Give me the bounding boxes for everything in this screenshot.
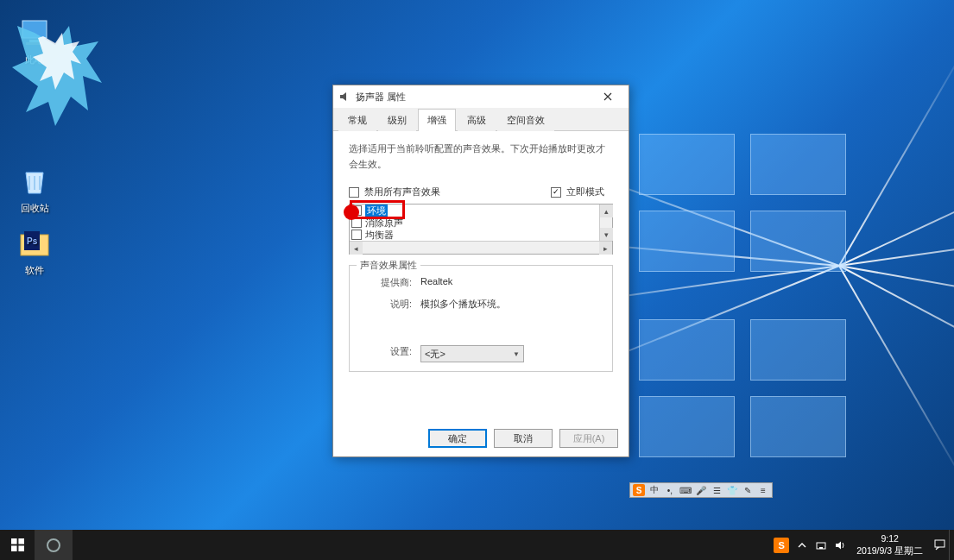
close-button[interactable]: [592, 86, 623, 107]
ime-softkbd-icon[interactable]: ⌨: [679, 484, 692, 496]
icon-label: 回收站: [5, 202, 64, 215]
effect-item-equalizer[interactable]: 均衡器: [350, 229, 612, 241]
ime-user-icon[interactable]: 👕: [726, 484, 738, 496]
ime-menu-icon[interactable]: ≡: [757, 484, 769, 496]
svg-text:Ps: Ps: [27, 236, 38, 246]
checkbox-icon: [351, 230, 362, 240]
cortana-icon: [46, 538, 61, 553]
taskbar-clock[interactable]: 9:12 2019/9/3 星期二: [850, 533, 930, 556]
recycle-bin-icon: [17, 164, 52, 198]
ime-skin-icon[interactable]: ☰: [711, 484, 723, 496]
speaker-properties-dialog: 扬声器 属性 常规 级别 增强 高级 空间音效 选择适用于当前聆听配置的声音效果…: [332, 85, 629, 457]
ok-button[interactable]: 确定: [428, 429, 487, 448]
taskbar-app-cortana[interactable]: [35, 530, 73, 560]
checkbox-icon: [551, 187, 561, 198]
icon-label: 此电: [5, 53, 64, 66]
effects-list: 环境 消除原声 均衡器 ▴ ▾ ◂: [349, 204, 613, 255]
checkbox-icon: [351, 217, 362, 228]
start-button[interactable]: [0, 530, 35, 560]
scroll-down-button[interactable]: ▾: [600, 228, 613, 241]
setting-label: 设置:: [358, 345, 420, 362]
effect-item-voice-cancel[interactable]: 消除原声: [350, 217, 612, 229]
setting-dropdown[interactable]: <无> ▼: [420, 345, 524, 362]
scroll-up-button[interactable]: ▴: [600, 204, 613, 217]
provider-value: Realtek: [420, 276, 603, 289]
effect-properties-group: 声音效果属性 提供商: Realtek 说明: 模拟多个播放环境。 设置: <无…: [349, 265, 613, 372]
effect-item-environment[interactable]: 环境: [350, 204, 612, 217]
provider-label: 提供商:: [358, 276, 420, 289]
svg-point-10: [47, 539, 60, 551]
apply-button[interactable]: 应用(A): [559, 429, 618, 448]
checkbox-icon: [351, 205, 362, 216]
dialog-button-row: 确定 取消 应用(A): [428, 429, 618, 448]
chevron-up-icon: [798, 541, 806, 550]
system-tray: S 9:12 2019/9/3 星期二: [770, 530, 954, 560]
chevron-down-icon: ▼: [513, 350, 520, 358]
svg-rect-6: [11, 538, 17, 544]
show-desktop-button[interactable]: [949, 530, 954, 560]
vertical-scrollbar[interactable]: ▴ ▾: [599, 204, 612, 241]
taskbar: S 9:12 2019/9/3 星期二: [0, 530, 954, 560]
tray-volume-icon[interactable]: [831, 530, 850, 560]
tab-general[interactable]: 常规: [338, 109, 376, 131]
checkbox-label: 立即模式: [566, 186, 604, 198]
desktop-icon-computer[interactable]: 此电: [5, 16, 64, 66]
tab-spatial[interactable]: 空间音效: [497, 109, 554, 131]
svg-rect-9: [18, 545, 24, 551]
svg-rect-7: [18, 538, 24, 544]
tab-enhancements[interactable]: 增强: [418, 109, 456, 131]
instant-mode-checkbox[interactable]: 立即模式: [551, 186, 604, 198]
tray-overflow-button[interactable]: [793, 530, 812, 560]
checkbox-icon: [349, 187, 359, 198]
close-icon: [603, 92, 612, 101]
tab-levels[interactable]: 级别: [378, 109, 416, 131]
svg-rect-2: [26, 42, 43, 45]
speaker-icon: [834, 539, 846, 551]
sogou-icon[interactable]: S: [633, 484, 645, 496]
description-value: 模拟多个播放环境。: [420, 298, 603, 311]
ps-folder-icon: Ps: [17, 226, 52, 261]
disable-all-effects-checkbox[interactable]: 禁用所有声音效果: [349, 186, 440, 198]
tray-sogou-icon[interactable]: S: [774, 538, 789, 553]
ime-punct-icon[interactable]: •,: [664, 484, 676, 496]
group-legend: 声音效果属性: [357, 259, 420, 272]
ime-tool-icon[interactable]: ✎: [742, 484, 754, 496]
effect-label: 环境: [365, 204, 388, 217]
tab-advanced[interactable]: 高级: [458, 109, 496, 131]
scroll-right-button[interactable]: ▸: [599, 242, 612, 255]
description-label: 说明:: [358, 298, 420, 311]
clock-time: 9:12: [856, 533, 923, 544]
desktop[interactable]: 此电 回收站 Ps 软件 扬声器 属性: [0, 0, 954, 530]
action-center-button[interactable]: [930, 530, 949, 560]
desktop-icon-software[interactable]: Ps 软件: [5, 226, 64, 277]
horizontal-scrollbar[interactable]: ◂ ▸: [350, 241, 612, 254]
svg-rect-0: [22, 21, 47, 38]
cancel-button[interactable]: 取消: [494, 429, 553, 448]
notification-icon: [933, 538, 946, 551]
ime-lang-indicator[interactable]: 中: [648, 484, 660, 496]
svg-rect-12: [819, 547, 823, 549]
effect-label: 消除原声: [365, 217, 403, 230]
panel-hint: 选择适用于当前聆听配置的声音效果。下次开始播放时更改才会生效。: [349, 142, 613, 172]
wallpaper-squares-bottom: [639, 319, 846, 457]
dialog-titlebar[interactable]: 扬声器 属性: [333, 85, 629, 108]
pc-icon: [17, 16, 52, 50]
desktop-icon-recycle-bin[interactable]: 回收站: [5, 164, 64, 215]
ethernet-icon: [815, 539, 827, 551]
svg-rect-13: [935, 540, 945, 547]
checkbox-label: 禁用所有声音效果: [364, 186, 440, 198]
svg-rect-1: [29, 40, 40, 42]
ime-voice-icon[interactable]: 🎤: [695, 484, 707, 496]
dialog-title: 扬声器 属性: [356, 91, 592, 104]
ime-toolbar[interactable]: S 中 •, ⌨ 🎤 ☰ 👕 ✎ ≡: [629, 482, 773, 498]
scroll-left-button[interactable]: ◂: [350, 242, 363, 255]
wallpaper-squares-top: [639, 134, 846, 272]
enhancements-panel: 选择适用于当前聆听配置的声音效果。下次开始播放时更改才会生效。 禁用所有声音效果…: [333, 131, 629, 382]
clock-date: 2019/9/3 星期二: [856, 545, 923, 557]
speaker-icon: [338, 91, 351, 103]
icon-label: 软件: [5, 264, 64, 277]
tray-network-icon[interactable]: [812, 530, 831, 560]
windows-logo-icon: [11, 538, 24, 551]
dropdown-value: <无>: [425, 348, 445, 361]
effect-label: 均衡器: [365, 229, 394, 242]
